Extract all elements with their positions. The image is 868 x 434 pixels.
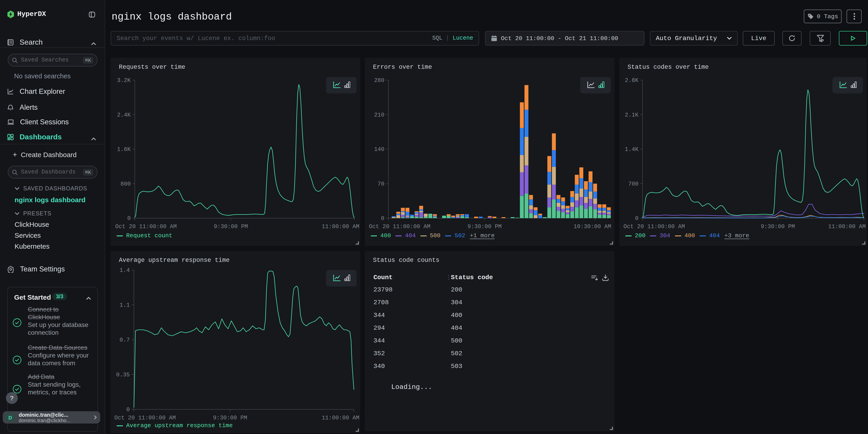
svg-text:Oct 20 11:00:00 AM: Oct 20 11:00:00 AM: [114, 415, 176, 421]
svg-text:1.1: 1.1: [120, 302, 130, 309]
svg-text:0: 0: [127, 215, 131, 222]
svg-text:11:00:00 AM: 11:00:00 AM: [322, 223, 359, 230]
svg-text:Oct 20 11:00:00 AM: Oct 20 11:00:00 AM: [623, 223, 685, 230]
svg-text:2.8K: 2.8K: [625, 77, 639, 84]
svg-text:0.35: 0.35: [116, 372, 130, 378]
svg-text:3.2K: 3.2K: [117, 77, 131, 84]
svg-text:10:30:00 AM: 10:30:00 AM: [574, 223, 611, 230]
svg-text:1.4K: 1.4K: [625, 146, 639, 153]
svg-text:0.7: 0.7: [120, 337, 130, 343]
svg-text:9:30:00 PM: 9:30:00 PM: [761, 223, 795, 230]
svg-text:70: 70: [377, 181, 384, 187]
svg-text:9:30:00 PM: 9:30:00 PM: [467, 223, 502, 230]
svg-text:2.1K: 2.1K: [625, 112, 639, 118]
svg-text:11:00:00 AM: 11:00:00 AM: [322, 415, 359, 421]
svg-text:2.4K: 2.4K: [117, 112, 131, 118]
svg-text:Oct 20 11:00:00 AM: Oct 20 11:00:00 AM: [369, 223, 430, 230]
svg-text:1.6K: 1.6K: [117, 146, 131, 153]
svg-text:800: 800: [120, 181, 131, 187]
svg-text:11:00:00 AM: 11:00:00 AM: [828, 223, 866, 230]
svg-text:Oct 20 11:00:00 AM: Oct 20 11:00:00 AM: [115, 223, 177, 230]
svg-text:1.4: 1.4: [120, 267, 130, 274]
svg-text:9:30:00 PM: 9:30:00 PM: [213, 415, 247, 421]
svg-text:0: 0: [635, 215, 639, 222]
svg-text:140: 140: [374, 146, 384, 153]
svg-text:9:30:00 PM: 9:30:00 PM: [214, 223, 248, 230]
svg-text:0: 0: [381, 215, 384, 222]
svg-text:700: 700: [628, 181, 639, 187]
svg-text:0: 0: [126, 406, 130, 413]
svg-text:280: 280: [374, 77, 384, 84]
svg-text:210: 210: [374, 112, 384, 118]
